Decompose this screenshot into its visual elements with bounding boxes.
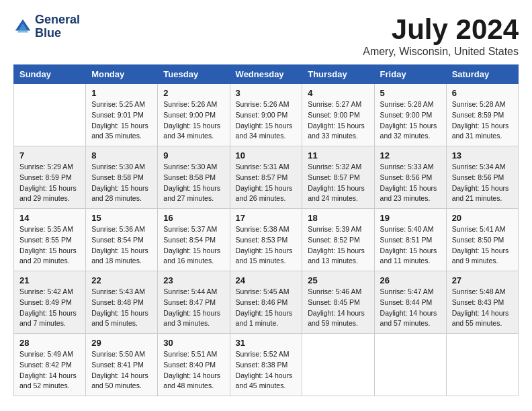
calendar-cell: 21Sunrise: 5:42 AM Sunset: 8:49 PM Dayli… [14,271,86,334]
calendar-cell: 24Sunrise: 5:45 AM Sunset: 8:46 PM Dayli… [230,271,302,334]
day-number: 25 [308,275,368,285]
logo-line2: Blue [35,27,80,40]
day-number: 23 [163,275,224,285]
calendar-week-row: 1Sunrise: 5:25 AM Sunset: 9:01 PM Daylig… [14,84,519,146]
day-info: Sunrise: 5:38 AM Sunset: 8:53 PM Dayligh… [236,224,297,267]
day-info: Sunrise: 5:39 AM Sunset: 8:52 PM Dayligh… [308,224,368,267]
day-number: 16 [163,213,224,223]
day-number: 18 [308,213,368,223]
day-number: 11 [308,150,368,161]
calendar-table: SundayMondayTuesdayWednesdayThursdayFrid… [13,64,519,396]
calendar-week-row: 7Sunrise: 5:29 AM Sunset: 8:59 PM Daylig… [14,146,519,209]
month-title: July 2024 [363,13,519,46]
day-number: 6 [452,88,513,98]
day-info: Sunrise: 5:36 AM Sunset: 8:54 PM Dayligh… [91,224,152,267]
day-number: 19 [380,213,441,223]
day-number: 3 [236,88,297,98]
calendar-week-row: 14Sunrise: 5:35 AM Sunset: 8:55 PM Dayli… [14,209,519,271]
calendar-cell: 22Sunrise: 5:43 AM Sunset: 8:48 PM Dayli… [86,271,158,334]
calendar-cell: 11Sunrise: 5:32 AM Sunset: 8:57 PM Dayli… [302,146,374,209]
calendar-cell [446,334,518,396]
column-header-wednesday: Wednesday [230,65,302,84]
calendar-week-row: 28Sunrise: 5:49 AM Sunset: 8:42 PM Dayli… [14,334,519,396]
calendar-cell: 29Sunrise: 5:50 AM Sunset: 8:41 PM Dayli… [86,334,158,396]
calendar-cell: 5Sunrise: 5:28 AM Sunset: 9:00 PM Daylig… [374,84,446,146]
logo-text: General Blue [35,13,80,40]
day-info: Sunrise: 5:35 AM Sunset: 8:55 PM Dayligh… [19,224,80,267]
calendar-cell: 9Sunrise: 5:30 AM Sunset: 8:58 PM Daylig… [158,146,230,209]
day-number: 8 [91,150,152,161]
calendar-cell: 10Sunrise: 5:31 AM Sunset: 8:57 PM Dayli… [230,146,302,209]
day-info: Sunrise: 5:25 AM Sunset: 9:01 PM Dayligh… [91,99,152,142]
calendar-cell: 16Sunrise: 5:37 AM Sunset: 8:54 PM Dayli… [158,209,230,271]
day-number: 12 [380,150,441,161]
day-number: 14 [19,213,80,223]
location-title: Amery, Wisconsin, United States [363,46,519,58]
day-info: Sunrise: 5:30 AM Sunset: 8:58 PM Dayligh… [91,162,152,204]
day-info: Sunrise: 5:48 AM Sunset: 8:43 PM Dayligh… [452,287,513,329]
calendar-header-row: SundayMondayTuesdayWednesdayThursdayFrid… [14,65,519,84]
header: General Blue July 2024 Amery, Wisconsin,… [13,13,519,58]
day-info: Sunrise: 5:46 AM Sunset: 8:45 PM Dayligh… [308,287,368,329]
calendar-cell: 25Sunrise: 5:46 AM Sunset: 8:45 PM Dayli… [302,271,374,334]
day-number: 21 [19,275,80,285]
day-info: Sunrise: 5:51 AM Sunset: 8:40 PM Dayligh… [163,349,224,392]
logo: General Blue [13,13,80,40]
day-number: 27 [452,275,513,285]
calendar-cell: 14Sunrise: 5:35 AM Sunset: 8:55 PM Dayli… [14,209,86,271]
column-header-thursday: Thursday [302,65,374,84]
day-info: Sunrise: 5:45 AM Sunset: 8:46 PM Dayligh… [236,287,297,329]
calendar-cell: 20Sunrise: 5:41 AM Sunset: 8:50 PM Dayli… [446,209,518,271]
day-info: Sunrise: 5:26 AM Sunset: 9:00 PM Dayligh… [236,99,297,142]
day-info: Sunrise: 5:28 AM Sunset: 9:00 PM Dayligh… [380,99,441,142]
day-number: 24 [236,275,297,285]
calendar-cell: 13Sunrise: 5:34 AM Sunset: 8:56 PM Dayli… [446,146,518,209]
day-number: 13 [452,150,513,161]
calendar-cell [374,334,446,396]
day-number: 20 [452,213,513,223]
title-section: July 2024 Amery, Wisconsin, United State… [363,13,519,58]
day-number: 10 [236,150,297,161]
column-header-friday: Friday [374,65,446,84]
calendar-cell: 8Sunrise: 5:30 AM Sunset: 8:58 PM Daylig… [86,146,158,209]
day-number: 5 [380,88,441,98]
day-info: Sunrise: 5:26 AM Sunset: 9:00 PM Dayligh… [163,99,224,142]
column-header-sunday: Sunday [14,65,86,84]
calendar-cell: 6Sunrise: 5:28 AM Sunset: 8:59 PM Daylig… [446,84,518,146]
day-info: Sunrise: 5:27 AM Sunset: 9:00 PM Dayligh… [308,99,368,142]
day-info: Sunrise: 5:42 AM Sunset: 8:49 PM Dayligh… [19,287,80,329]
day-info: Sunrise: 5:29 AM Sunset: 8:59 PM Dayligh… [19,162,80,204]
calendar-cell: 3Sunrise: 5:26 AM Sunset: 9:00 PM Daylig… [230,84,302,146]
calendar-cell: 23Sunrise: 5:44 AM Sunset: 8:47 PM Dayli… [158,271,230,334]
calendar-cell: 31Sunrise: 5:52 AM Sunset: 8:38 PM Dayli… [230,334,302,396]
day-info: Sunrise: 5:47 AM Sunset: 8:44 PM Dayligh… [380,287,441,329]
calendar-cell: 1Sunrise: 5:25 AM Sunset: 9:01 PM Daylig… [86,84,158,146]
day-number: 2 [163,88,224,98]
day-number: 4 [308,88,368,98]
logo-icon [13,17,32,36]
calendar-cell: 19Sunrise: 5:40 AM Sunset: 8:51 PM Dayli… [374,209,446,271]
calendar-cell: 15Sunrise: 5:36 AM Sunset: 8:54 PM Dayli… [86,209,158,271]
calendar-cell: 28Sunrise: 5:49 AM Sunset: 8:42 PM Dayli… [14,334,86,396]
day-number: 26 [380,275,441,285]
day-info: Sunrise: 5:40 AM Sunset: 8:51 PM Dayligh… [380,224,441,267]
day-info: Sunrise: 5:49 AM Sunset: 8:42 PM Dayligh… [19,349,80,392]
logo-line1: General [35,13,80,27]
column-header-saturday: Saturday [446,65,518,84]
calendar-cell: 4Sunrise: 5:27 AM Sunset: 9:00 PM Daylig… [302,84,374,146]
day-info: Sunrise: 5:32 AM Sunset: 8:57 PM Dayligh… [308,162,368,204]
day-number: 31 [236,338,297,348]
calendar-cell: 7Sunrise: 5:29 AM Sunset: 8:59 PM Daylig… [14,146,86,209]
calendar-week-row: 21Sunrise: 5:42 AM Sunset: 8:49 PM Dayli… [14,271,519,334]
day-number: 9 [163,150,224,161]
calendar-cell: 17Sunrise: 5:38 AM Sunset: 8:53 PM Dayli… [230,209,302,271]
day-info: Sunrise: 5:52 AM Sunset: 8:38 PM Dayligh… [236,349,297,392]
column-header-tuesday: Tuesday [158,65,230,84]
day-info: Sunrise: 5:28 AM Sunset: 8:59 PM Dayligh… [452,99,513,142]
day-info: Sunrise: 5:44 AM Sunset: 8:47 PM Dayligh… [163,287,224,329]
day-info: Sunrise: 5:34 AM Sunset: 8:56 PM Dayligh… [452,162,513,204]
day-number: 30 [163,338,224,348]
calendar-cell: 27Sunrise: 5:48 AM Sunset: 8:43 PM Dayli… [446,271,518,334]
day-info: Sunrise: 5:41 AM Sunset: 8:50 PM Dayligh… [452,224,513,267]
day-info: Sunrise: 5:50 AM Sunset: 8:41 PM Dayligh… [91,349,152,392]
